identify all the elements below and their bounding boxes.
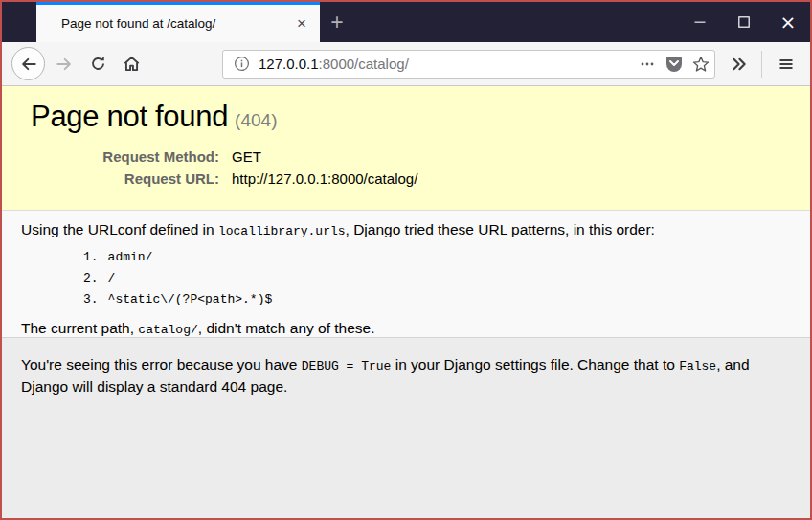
maximize-button[interactable] <box>722 2 766 42</box>
close-icon: × <box>780 12 797 32</box>
maximize-icon <box>738 16 750 28</box>
url-path: :8000/catalog/ <box>319 56 409 72</box>
explanation-text: You're seeing this error because you hav… <box>21 356 302 373</box>
toolbar-separator <box>761 51 762 78</box>
main-menu-button[interactable] <box>770 50 802 79</box>
error-summary: Page not found(404) Request Method: GET … <box>2 86 810 211</box>
titlebar-drag-space <box>2 2 36 42</box>
home-button[interactable] <box>117 50 146 79</box>
titlebar-spacer <box>354 2 678 42</box>
tab-title: Page not found at /catalog/ <box>61 16 289 31</box>
overflow-menu-button[interactable] <box>725 50 754 79</box>
url-host: 127.0.0.1 <box>259 56 319 72</box>
intro-text: Using the URLconf defined in <box>21 221 218 237</box>
pattern-value: / <box>108 271 116 285</box>
urlconf-intro: Using the URLconf defined in locallibrar… <box>21 221 791 238</box>
minimize-button[interactable] <box>678 2 722 42</box>
forward-icon <box>56 56 73 73</box>
reload-icon <box>90 56 106 72</box>
request-url-label: Request URL: <box>31 168 219 190</box>
urlconf-info: Using the URLconf defined in locallibrar… <box>2 211 810 337</box>
plus-icon: + <box>330 10 343 35</box>
debug-explanation: You're seeing this error because you hav… <box>2 337 810 518</box>
status-code: (404) <box>235 110 277 130</box>
star-icon <box>692 56 710 73</box>
debug-false-code: False <box>679 359 716 373</box>
current-path-text-after: , didn't match any of these. <box>198 320 375 336</box>
tab-close-icon[interactable]: × <box>289 11 314 36</box>
pattern-number: 2. <box>83 271 99 285</box>
pattern-value: ^static\/(?P<path>.*)$ <box>108 292 273 306</box>
pattern-number: 1. <box>83 250 99 264</box>
bookmark-star-button[interactable] <box>688 51 714 78</box>
active-tab[interactable]: Page not found at /catalog/ × <box>36 2 320 42</box>
back-icon <box>20 56 37 73</box>
back-button[interactable] <box>11 47 45 80</box>
minimize-icon <box>694 16 706 28</box>
request-url-value: http://127.0.0.1:8000/catalog/ <box>219 168 417 190</box>
error-title: Page not found <box>31 100 228 133</box>
page-content: Page not found(404) Request Method: GET … <box>2 86 810 518</box>
list-item: 3.^static\/(?P<path>.*)$ <box>83 289 791 310</box>
navigation-toolbar: 127.0.0.1:8000/catalog/ <box>2 42 810 86</box>
page-actions-button[interactable] <box>634 51 661 78</box>
home-icon <box>123 55 141 73</box>
url-text[interactable]: 127.0.0.1:8000/catalog/ <box>259 56 634 72</box>
table-row: Request URL: http://127.0.0.1:8000/catal… <box>31 168 417 190</box>
double-chevron-icon <box>731 56 748 73</box>
pocket-button[interactable] <box>661 51 688 78</box>
hamburger-icon <box>778 57 794 72</box>
debug-true-code: DEBUG = True <box>302 359 392 373</box>
table-row: Request Method: GET <box>31 146 417 168</box>
three-dots-icon <box>640 57 655 72</box>
pattern-number: 3. <box>83 292 99 306</box>
tab-bar: Page not found at /catalog/ × + × <box>2 2 810 42</box>
request-method-label: Request Method: <box>31 146 219 168</box>
new-tab-button[interactable]: + <box>320 2 354 42</box>
pattern-value: admin/ <box>108 250 153 264</box>
current-path-message: The current path, catalog/, didn't match… <box>21 320 791 337</box>
site-info-button[interactable] <box>223 56 259 72</box>
close-window-button[interactable]: × <box>766 2 810 42</box>
list-item: 2./ <box>83 268 791 289</box>
current-path-code: catalog/ <box>138 323 197 337</box>
request-meta-table: Request Method: GET Request URL: http://… <box>31 146 417 190</box>
forward-button[interactable] <box>50 50 79 79</box>
url-pattern-list: 1.admin/ 2./ 3.^static\/(?P<path>.*)$ <box>83 247 791 310</box>
explanation-text: in your Django settings file. Change tha… <box>391 356 679 373</box>
url-bar[interactable]: 127.0.0.1:8000/catalog/ <box>222 50 715 79</box>
pocket-icon <box>665 56 683 72</box>
request-method-value: GET <box>219 146 417 168</box>
info-icon <box>234 56 250 72</box>
window-controls: × <box>678 2 810 42</box>
page-title: Page not found(404) <box>31 100 791 134</box>
reload-button[interactable] <box>83 50 112 79</box>
urlconf-module: locallibrary.urls <box>218 224 346 238</box>
current-path-text: The current path, <box>21 320 138 336</box>
browser-window: Page not found at /catalog/ × + × <box>0 0 812 520</box>
intro-text-after: , Django tried these URL patterns, in th… <box>346 221 655 237</box>
list-item: 1.admin/ <box>83 247 791 268</box>
